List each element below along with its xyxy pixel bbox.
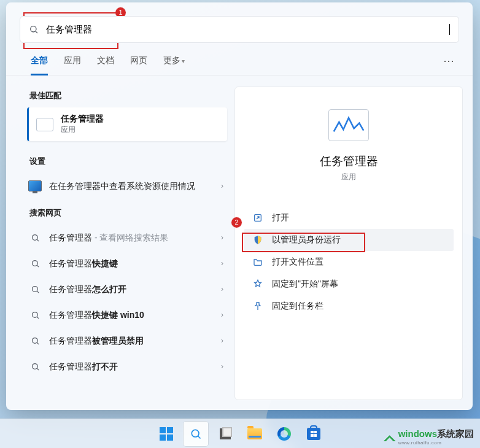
best-match-result[interactable]: 任务管理器 应用 [27,107,227,141]
svg-line-3 [37,239,39,241]
web-result[interactable]: 任务管理器 - 查看网络搜索结果 › [27,225,227,250]
annotation-badge-2: 2 [231,217,242,228]
search-web-label: 搜索网页 [29,207,226,218]
svg-point-2 [32,234,37,240]
preview-title: 任务管理器 [244,153,454,169]
taskbar-search-button[interactable] [184,422,208,446]
action-open-label: 打开 [272,212,289,223]
monitor-icon [28,180,42,191]
action-run-as-admin-label: 以管理员身份运行 [272,234,341,245]
start-button[interactable] [154,422,179,446]
search-icon [31,362,40,371]
action-pin-start-label: 固定到"开始"屏幕 [272,279,338,290]
chevron-down-icon: ▾ [182,58,185,64]
action-open-location[interactable]: 打开文件位置 [244,251,454,273]
svg-point-15 [192,430,199,437]
chevron-right-icon: › [221,259,223,268]
settings-result-text: 在任务管理器中查看系统资源使用情况 [49,180,214,192]
web-result-text: 任务管理器怎么打开 [49,284,214,295]
web-result-text: 任务管理器快捷键 [49,258,214,269]
action-open[interactable]: 打开 [244,207,454,229]
svg-point-8 [32,312,37,317]
search-icon [31,311,40,320]
watermark-tag: 系统家园 [437,428,474,439]
svg-line-13 [37,368,39,370]
chevron-right-icon: › [221,336,223,345]
pin-icon [252,301,263,312]
svg-line-9 [37,317,39,319]
best-match-subtitle: 应用 [61,125,104,135]
search-icon [190,428,202,440]
settings-label: 设置 [29,156,226,167]
watermark-brand: windows [398,428,437,439]
overflow-button[interactable]: ⋯ [443,54,455,75]
search-input[interactable] [45,24,451,36]
preview-subtitle: 应用 [244,172,454,182]
tab-docs[interactable]: 文档 [97,55,114,74]
file-explorer-button[interactable] [242,422,267,446]
svg-line-5 [37,265,39,267]
edge-icon [277,427,291,441]
action-open-location-label: 打开文件位置 [272,257,323,268]
search-icon [31,259,40,268]
chevron-right-icon: › [221,362,223,371]
svg-point-10 [32,338,37,343]
svg-point-4 [32,260,37,266]
pin-icon [252,279,263,290]
web-result-text: 任务管理器 - 查看网络搜索结果 [49,232,214,244]
svg-point-6 [32,286,37,292]
best-match-title: 任务管理器 [61,114,104,125]
action-pin-taskbar[interactable]: 固定到任务栏 [244,295,454,317]
tab-all[interactable]: 全部 [31,55,48,75]
svg-line-16 [198,436,201,438]
edge-button[interactable] [272,422,296,446]
action-pin-start[interactable]: 固定到"开始"屏幕 [244,273,454,295]
search-input-container[interactable] [20,16,459,43]
windows-logo-icon [160,427,173,441]
settings-result[interactable]: 在任务管理器中查看系统资源使用情况 › [27,173,227,199]
filter-tabs: 全部 应用 文档 网页 更多▾ ⋯ [6,43,473,75]
web-result[interactable]: 任务管理器快捷键 › [27,250,227,276]
svg-line-1 [36,31,37,33]
watermark-url: www.ruihaifu.com [398,440,474,446]
chevron-right-icon: › [221,233,223,242]
watermark: windows系统家园 www.ruihaifu.com [384,428,474,446]
svg-line-11 [37,342,39,344]
tab-web[interactable]: 网页 [130,55,147,74]
search-icon [31,336,40,346]
search-icon [31,285,40,294]
task-manager-icon [36,118,53,131]
search-icon [29,25,39,34]
svg-line-7 [37,291,39,293]
results-column: 最佳匹配 任务管理器 应用 设置 在任务管理器中查看系统资源使用情况 › 搜索网… [27,87,227,400]
file-explorer-icon [247,428,262,439]
task-view-button[interactable] [213,422,238,446]
watermark-logo-icon [384,433,396,441]
web-result[interactable]: 任务管理器被管理员禁用 › [27,328,227,353]
web-result[interactable]: 任务管理器打不开 › [27,353,227,379]
folder-icon [252,257,263,268]
search-icon [31,233,40,242]
action-run-as-admin[interactable]: 以管理员身份运行 [244,229,454,251]
web-result[interactable]: 任务管理器快捷键 win10 › [27,302,227,328]
svg-point-12 [32,363,37,369]
ms-store-button[interactable] [301,422,326,446]
web-result-text: 任务管理器快捷键 win10 [49,309,214,321]
task-manager-icon-large [328,109,369,141]
chevron-right-icon: › [221,182,223,190]
action-pin-taskbar-label: 固定到任务栏 [272,301,323,312]
tab-apps[interactable]: 应用 [64,55,81,74]
web-result[interactable]: 任务管理器怎么打开 › [27,276,227,302]
chevron-right-icon: › [221,285,223,293]
shield-icon [252,234,263,245]
preview-column: 任务管理器 应用 打开 以管理员身份运行 打开文件位置 固定到"开始"屏幕 固定… [234,87,463,400]
web-result-text: 任务管理器打不开 [49,361,214,373]
text-caret [449,24,450,35]
tab-more[interactable]: 更多▾ [163,55,185,74]
ms-store-icon [307,428,320,440]
chevron-right-icon: › [221,311,223,319]
svg-point-0 [31,26,36,32]
task-view-icon [220,428,231,439]
web-result-text: 任务管理器被管理员禁用 [49,335,214,347]
start-search-panel: 1 2 全部 应用 文档 网页 更多▾ ⋯ 最佳匹配 任务管理器 应用 [6,2,473,410]
